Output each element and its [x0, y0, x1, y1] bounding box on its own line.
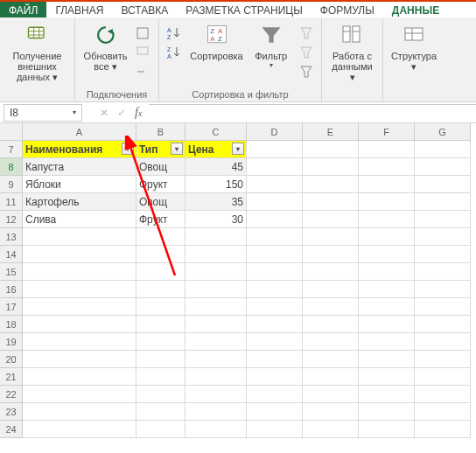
cell[interactable]	[415, 263, 471, 281]
cell[interactable]	[23, 263, 136, 281]
cell[interactable]	[303, 228, 359, 246]
row-header[interactable]: 13	[0, 228, 23, 246]
row-header[interactable]: 16	[0, 281, 23, 298]
cell[interactable]	[136, 263, 186, 281]
cell[interactable]	[247, 351, 303, 368]
col-header-G[interactable]: G	[415, 123, 471, 141]
cell[interactable]	[186, 351, 247, 368]
tab-page-layout[interactable]: РАЗМЕТКА СТРАНИЦЫ	[177, 2, 312, 17]
cancel-icon[interactable]: ✕	[100, 107, 108, 119]
tab-data[interactable]: ДАННЫЕ	[383, 2, 448, 17]
cell[interactable]	[136, 351, 186, 368]
row-header[interactable]: 8	[0, 158, 23, 176]
filter-dropdown-A[interactable]: ▾	[122, 143, 134, 155]
col-header-A[interactable]: A	[23, 123, 136, 141]
get-external-data-button[interactable]: Получение внешних данных ▾	[5, 21, 69, 84]
cell[interactable]	[359, 333, 415, 351]
cell[interactable]	[415, 386, 471, 403]
sort-button[interactable]: ZAAZ Сортировка	[188, 21, 244, 63]
cell[interactable]	[247, 281, 303, 298]
cell[interactable]	[303, 403, 359, 421]
cell[interactable]	[303, 333, 359, 351]
cell[interactable]	[23, 228, 136, 246]
cell[interactable]	[303, 263, 359, 281]
cell[interactable]	[186, 421, 247, 438]
cell[interactable]	[415, 351, 471, 368]
cell[interactable]	[247, 193, 303, 211]
cell[interactable]	[303, 176, 359, 193]
cell-A11[interactable]: Картофель	[23, 193, 136, 211]
cell[interactable]	[247, 316, 303, 333]
select-all-corner[interactable]	[0, 123, 23, 141]
tab-home[interactable]: ГЛАВНАЯ	[46, 2, 112, 17]
cell[interactable]	[359, 403, 415, 421]
cell[interactable]	[247, 158, 303, 176]
cell[interactable]	[359, 298, 415, 316]
cell[interactable]	[23, 403, 136, 421]
tab-formulas[interactable]: ФОРМУЛЫ	[312, 2, 383, 17]
cell[interactable]	[136, 316, 186, 333]
cell-B8[interactable]: Овощ	[136, 158, 186, 176]
cell[interactable]	[186, 228, 247, 246]
connections-icon[interactable]	[134, 24, 151, 42]
cell-A8[interactable]: Капуста	[23, 158, 136, 176]
cell[interactable]	[247, 263, 303, 281]
cell[interactable]	[415, 298, 471, 316]
cell[interactable]	[415, 141, 471, 158]
cell[interactable]	[23, 281, 136, 298]
cell[interactable]	[359, 158, 415, 176]
row-header[interactable]: 12	[0, 211, 23, 228]
cell[interactable]	[415, 368, 471, 386]
cell[interactable]	[415, 211, 471, 228]
cell[interactable]	[303, 368, 359, 386]
filter-dropdown-B[interactable]: ▾	[171, 143, 183, 155]
cell[interactable]	[247, 333, 303, 351]
row-header[interactable]: 20	[0, 351, 23, 368]
cell[interactable]	[247, 298, 303, 316]
enter-icon[interactable]: ✓	[117, 107, 126, 119]
cell[interactable]	[186, 316, 247, 333]
cell[interactable]	[415, 176, 471, 193]
filter-button[interactable]: Фильтр ▾	[250, 21, 292, 70]
cell[interactable]	[247, 211, 303, 228]
data-tools-button[interactable]: Работа с данными ▾	[327, 21, 377, 84]
cell[interactable]	[303, 158, 359, 176]
cell[interactable]	[136, 403, 186, 421]
cell[interactable]	[415, 403, 471, 421]
fx-icon[interactable]: fx	[135, 106, 142, 120]
cell[interactable]	[136, 246, 186, 263]
col-header-D[interactable]: D	[247, 123, 303, 141]
col-header-E[interactable]: E	[303, 123, 359, 141]
cell[interactable]	[415, 158, 471, 176]
tab-insert[interactable]: ВСТАВКА	[112, 2, 177, 17]
cell-B9[interactable]: Фрукт	[136, 176, 186, 193]
cell[interactable]	[303, 351, 359, 368]
edit-links-icon[interactable]	[134, 63, 151, 80]
cell[interactable]	[186, 333, 247, 351]
sort-asc-button[interactable]: AZ	[165, 24, 183, 42]
cell[interactable]	[359, 263, 415, 281]
cell[interactable]	[186, 281, 247, 298]
cell-B11[interactable]: Овощ	[136, 193, 186, 211]
cell[interactable]	[23, 298, 136, 316]
row-header[interactable]: 7	[0, 141, 23, 158]
cell[interactable]	[415, 421, 471, 438]
cell[interactable]	[415, 281, 471, 298]
cell-B12[interactable]: Фрукт	[136, 211, 186, 228]
cell[interactable]	[359, 351, 415, 368]
row-header[interactable]: 19	[0, 333, 23, 351]
cell[interactable]	[247, 421, 303, 438]
cell[interactable]	[415, 246, 471, 263]
cell[interactable]	[415, 333, 471, 351]
cell[interactable]	[247, 176, 303, 193]
sort-desc-button[interactable]: ZA	[165, 44, 183, 61]
cell[interactable]	[303, 193, 359, 211]
name-box[interactable]: I8▾	[4, 104, 82, 122]
cell[interactable]	[303, 281, 359, 298]
cell[interactable]	[415, 193, 471, 211]
col-header-B[interactable]: B	[136, 123, 186, 141]
cell[interactable]	[136, 368, 186, 386]
cell[interactable]	[303, 246, 359, 263]
properties-icon[interactable]	[134, 44, 151, 61]
clear-filter-icon[interactable]	[298, 24, 315, 42]
